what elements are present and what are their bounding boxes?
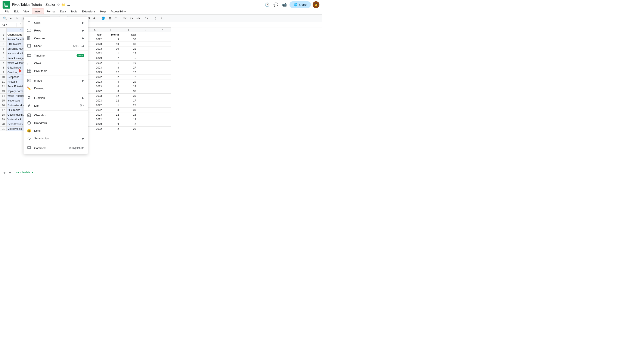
col-header-h[interactable]: H	[103, 28, 120, 32]
cell-g[interactable]: 2023	[88, 70, 103, 75]
cell-h[interactable]: 3	[103, 117, 120, 122]
cell-g[interactable]: 2022	[88, 103, 103, 108]
cell-j[interactable]	[137, 32, 154, 37]
cell-i[interactable]: 25	[120, 103, 137, 108]
cell-h[interactable]: 2	[103, 75, 120, 79]
cell-i[interactable]: 21	[120, 47, 137, 51]
menu-edit[interactable]: Edit	[12, 9, 21, 14]
cell-j[interactable]	[137, 79, 154, 84]
cell-i[interactable]: 2	[120, 75, 137, 79]
cell-g[interactable]: 2023	[88, 79, 103, 84]
cell-j[interactable]	[137, 51, 154, 56]
cell-h[interactable]: 10	[103, 47, 120, 51]
cell-i[interactable]: 30	[120, 89, 137, 94]
redo-btn[interactable]: ↪	[15, 16, 20, 21]
cell-k[interactable]	[154, 70, 171, 75]
cell-i[interactable]: 29	[120, 79, 137, 84]
cell-i[interactable]: 30	[120, 94, 137, 98]
cell-g[interactable]: 2022	[88, 108, 103, 112]
menu-item-rows[interactable]: Rows ▶	[24, 27, 88, 34]
cell-g[interactable]: 2023	[88, 42, 103, 47]
collapse-btn[interactable]: ∧	[159, 16, 164, 21]
cell-h[interactable]: 4	[103, 79, 120, 84]
cell-h[interactable]: 1	[103, 51, 120, 56]
cell-h[interactable]: 12	[103, 98, 120, 103]
cell-k[interactable]	[154, 103, 171, 108]
cell-g[interactable]: 2023	[88, 94, 103, 98]
wrap-btn[interactable]: ↩▾	[135, 16, 142, 21]
cell-i[interactable]: 31	[120, 42, 137, 47]
cell-k[interactable]	[154, 32, 171, 37]
cell-k[interactable]	[154, 94, 171, 98]
cell-h[interactable]: 8	[103, 65, 120, 70]
cell-k[interactable]	[154, 79, 171, 84]
undo-btn[interactable]: ↩	[9, 16, 14, 21]
col-header-g[interactable]: G	[88, 28, 103, 32]
rotate-btn[interactable]: ↗▾	[142, 16, 149, 21]
cell-k[interactable]	[154, 37, 171, 42]
cell-h[interactable]: 1	[103, 61, 120, 65]
menu-item-timeline[interactable]: Timeline New	[24, 52, 88, 59]
cell-h[interactable]: 12	[103, 70, 120, 75]
menu-item-emoji[interactable]: 😊 Emoji	[24, 127, 88, 134]
menu-item-image[interactable]: Image ▶	[24, 77, 88, 84]
menu-item-drawing[interactable]: ✏️ Drawing	[24, 84, 88, 92]
cell-h[interactable]: 9	[103, 122, 120, 126]
cell-i[interactable]: Day	[120, 32, 137, 37]
menu-item-pivot[interactable]: Pivot table	[24, 67, 88, 75]
col-header-j[interactable]: J	[137, 28, 154, 32]
cell-k[interactable]	[154, 65, 171, 70]
cell-h[interactable]: 12	[103, 112, 120, 117]
cell-h[interactable]: 3	[103, 89, 120, 94]
history-icon[interactable]: 🕐	[264, 1, 271, 8]
cell-j[interactable]	[137, 70, 154, 75]
cloud-icon[interactable]: ☁	[67, 3, 70, 7]
cell-i[interactable]: 10	[120, 61, 137, 65]
cell-k[interactable]	[154, 108, 171, 112]
menu-insert[interactable]: Insert	[32, 9, 44, 14]
cell-i[interactable]: 25	[120, 51, 137, 56]
cell-k[interactable]	[154, 112, 171, 117]
borders-btn[interactable]: ⊞	[107, 16, 112, 21]
menu-file[interactable]: File	[2, 9, 11, 14]
cell-k[interactable]	[154, 42, 171, 47]
cell-h[interactable]: 4	[103, 84, 120, 89]
cell-i[interactable]: 5	[120, 56, 137, 61]
cell-j[interactable]	[137, 98, 154, 103]
menu-format[interactable]: Format	[44, 9, 58, 14]
cell-j[interactable]	[137, 65, 154, 70]
cell-i[interactable]: 20	[120, 126, 137, 131]
cell-h[interactable]: Month	[103, 32, 120, 37]
cell-h[interactable]: 1	[103, 103, 120, 108]
more-btn[interactable]: ⋮	[153, 16, 158, 21]
cell-j[interactable]	[137, 56, 154, 61]
add-sheet-btn[interactable]: ＋	[2, 170, 6, 175]
cell-g[interactable]: 2022	[88, 37, 103, 42]
menu-item-columns[interactable]: Columns ▶	[24, 34, 88, 42]
cell-k[interactable]	[154, 89, 171, 94]
cell-h[interactable]: 10	[103, 42, 120, 47]
cell-g[interactable]: 2022	[88, 89, 103, 94]
cell-j[interactable]	[137, 112, 154, 117]
cell-g[interactable]: 2023	[88, 84, 103, 89]
col-header-i[interactable]: I	[120, 28, 137, 32]
menu-item-checkbox[interactable]: Checkbox	[24, 111, 88, 119]
cell-i[interactable]: 30	[120, 108, 137, 112]
cell-i[interactable]: 27	[120, 65, 137, 70]
cell-i[interactable]: 24	[120, 84, 137, 89]
cell-j[interactable]	[137, 61, 154, 65]
cell-k[interactable]	[154, 122, 171, 126]
menu-help[interactable]: Help	[98, 9, 108, 14]
menu-tools[interactable]: Tools	[68, 9, 79, 14]
cell-g[interactable]: 2023	[88, 56, 103, 61]
fill-color-btn[interactable]: 🪣	[100, 16, 106, 21]
menu-accessibility[interactable]: Accessibility	[108, 9, 128, 14]
cell-g[interactable]: 2022	[88, 51, 103, 56]
cell-i[interactable]: 30	[120, 37, 137, 42]
cell-j[interactable]	[137, 84, 154, 89]
cell-h[interactable]: 3	[103, 108, 120, 112]
folder-icon[interactable]: 📁	[61, 3, 66, 7]
align-btn[interactable]: ≡▾	[122, 16, 128, 21]
cell-g[interactable]: 2023	[88, 65, 103, 70]
menu-item-comment[interactable]: Comment ⌘+Option+M	[24, 144, 88, 152]
